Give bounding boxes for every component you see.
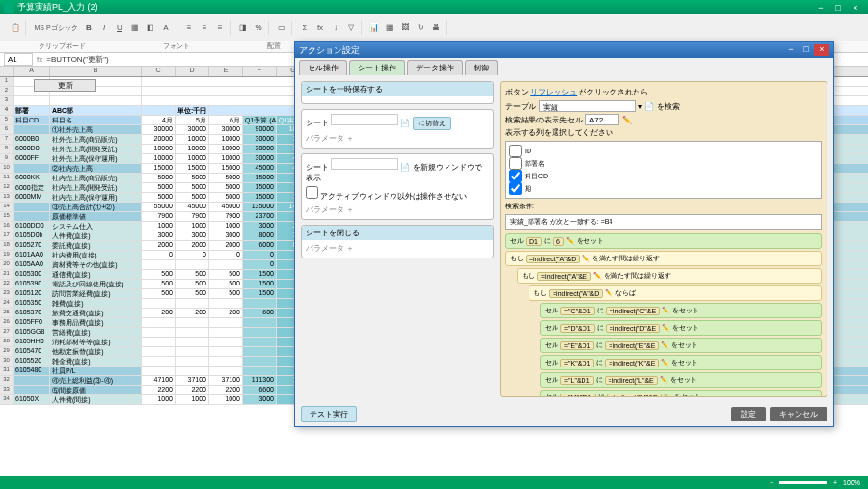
tab-cell-op[interactable]: セル操作 (299, 60, 347, 75)
status-bar: − + 100% (0, 476, 868, 489)
dialog-left-panel: シートを一時保存する シート 📄 に切替え パラメータ ＋ シート 📄 を新規ウ… (301, 81, 494, 397)
zoom-in[interactable]: + (833, 479, 837, 486)
tab-sheet-op[interactable]: シート操作 (349, 60, 405, 75)
window-titlebar: 予算実績PL_入力 (2) − □ × (0, 0, 868, 14)
table-icon[interactable]: ▦ (383, 21, 396, 35)
result-cell-input[interactable]: A72 (585, 114, 619, 125)
action-settings-dialog: アクション設定 − □ × セル操作 シート操作 データ操作 制御 シートを一時… (294, 41, 834, 427)
action-block[interactable]: もし =indirect("A"&D ✏️ ならば (529, 285, 822, 301)
action-block[interactable]: セル ="K"&D1 に =indirect("K"&E ✏️ をセット (540, 355, 822, 370)
underline-icon[interactable]: U (113, 21, 126, 35)
switch-button[interactable]: に切替え (413, 117, 451, 130)
check-item[interactable]: 科目CD (509, 170, 818, 182)
search-condition[interactable]: 実績_部署名 が次と一致する: =B4 (505, 214, 822, 230)
align-right-icon[interactable]: ≡ (213, 21, 227, 35)
print-icon[interactable]: 🖶 (429, 21, 443, 35)
action-block[interactable]: セル D1 に 6 ✏️ をセット (505, 233, 822, 249)
active-only-check[interactable] (306, 186, 318, 199)
check-item[interactable]: 期 (509, 182, 818, 195)
align-left-icon[interactable]: ≡ (182, 21, 196, 35)
dialog-tabs: セル操作 シート操作 データ操作 制御 (295, 58, 833, 75)
action-block[interactable]: セル ="L"&D1 に =indirect("L"&E ✏️ をセット (540, 372, 822, 388)
format-icon[interactable]: ◨ (236, 21, 250, 35)
action-block[interactable]: セル ="C"&D1 に =indirect("C"&E ✏️ をセット (540, 303, 822, 318)
action-block[interactable]: もし =indirect("A"&E ✏️ を満たす間は繰り返す (517, 268, 822, 284)
dialog-titlebar[interactable]: アクション設定 − □ × (295, 42, 833, 58)
minimize-button[interactable]: − (812, 2, 829, 14)
italic-icon[interactable]: I (97, 21, 111, 35)
table-select[interactable]: 実績 (539, 100, 636, 112)
action-block[interactable]: もし =indirect("A"&D ✏️ を満たす間は繰り返す (505, 251, 822, 266)
ok-button[interactable]: 設定 (731, 407, 766, 421)
check-item[interactable]: 部署名 (509, 157, 818, 170)
chart-icon[interactable]: 📊 (367, 21, 381, 35)
dialog-close[interactable]: × (814, 44, 829, 56)
image-icon[interactable]: 🖼 (398, 21, 412, 35)
color-icon[interactable]: A (159, 21, 173, 35)
percent-icon[interactable]: % (252, 21, 265, 35)
action-block[interactable]: セル ="E"&D1 に =indirect("E"&E ✏️ をセット (540, 338, 822, 353)
update-button[interactable]: 更新 (34, 79, 96, 92)
app-icon (4, 3, 14, 13)
tab-control[interactable]: 制御 (465, 60, 498, 75)
fx-icon[interactable]: fx (313, 21, 327, 35)
paste-icon[interactable]: 📋 (9, 21, 22, 35)
test-run-button[interactable]: テスト実行 (301, 406, 357, 422)
column-checklist: ID 部署名 科目CD 期 (505, 141, 822, 199)
zoom-level: 100% (843, 479, 860, 486)
refresh-link[interactable]: リフレッシュ (530, 88, 577, 96)
dialog-footer: テスト実行 設定 キャンセル (295, 403, 833, 424)
refresh-icon[interactable]: ↻ (414, 21, 427, 35)
maximize-button[interactable]: □ (829, 2, 847, 14)
card-switch-sheet[interactable]: シート 📄 に切替え パラメータ ＋ (301, 109, 494, 149)
sheet-input[interactable] (331, 114, 398, 125)
window-title: 予算実績PL_入力 (2) (17, 1, 98, 14)
merge-icon[interactable]: ▭ (275, 21, 288, 35)
dialog-maximize[interactable]: □ (799, 44, 814, 56)
align-center-icon[interactable]: ≡ (198, 21, 211, 35)
border-icon[interactable]: ▦ (128, 21, 142, 35)
dialog-title: アクション設定 (299, 44, 360, 57)
fx-label: fx (37, 55, 42, 64)
card-save-sheet[interactable]: シートを一時保存する (301, 81, 494, 104)
ribbon-toolbar: 📋 MS Pゴシック B I U ▦ ◧ A ≡ ≡ ≡ ◨ % ▭ Σ fx … (0, 14, 868, 41)
cell-reference[interactable]: A1 (4, 53, 33, 66)
action-block[interactable]: セル ="M"&D1 に =indirect("M"&E ✏️ をセット (540, 390, 822, 397)
action-block[interactable]: セル ="D"&D1 に =indirect("D"&E ✏️ をセット (540, 320, 822, 336)
check-item[interactable]: ID (509, 145, 818, 157)
zoom-out[interactable]: − (770, 479, 773, 486)
sum-icon[interactable]: Σ (298, 21, 312, 35)
close-button[interactable]: × (847, 2, 864, 14)
sort-icon[interactable]: ↓ (329, 21, 342, 35)
card-new-window[interactable]: シート 📄 を新規ウィンドウで表示 アクティブウィンドウ以外は操作させない パラ… (301, 153, 494, 220)
card-close-sheet[interactable]: シートを閉じる パラメータ ＋ (301, 225, 494, 258)
fill-icon[interactable]: ◧ (144, 21, 157, 35)
bold-icon[interactable]: B (82, 21, 95, 35)
cancel-button[interactable]: キャンセル (770, 407, 827, 421)
sheet-input-2[interactable] (331, 158, 398, 170)
font-select[interactable]: MS Pゴシック (32, 21, 80, 35)
dialog-minimize[interactable]: − (783, 44, 799, 56)
dialog-right-panel: ボタン リフレッシュ がクリックされたら テーブル 実績 ▾ 📄 を検索 検索結… (500, 81, 827, 397)
tab-data-op[interactable]: データ操作 (407, 60, 463, 75)
filter-icon[interactable]: ▽ (344, 21, 358, 35)
zoom-slider[interactable] (779, 481, 827, 484)
